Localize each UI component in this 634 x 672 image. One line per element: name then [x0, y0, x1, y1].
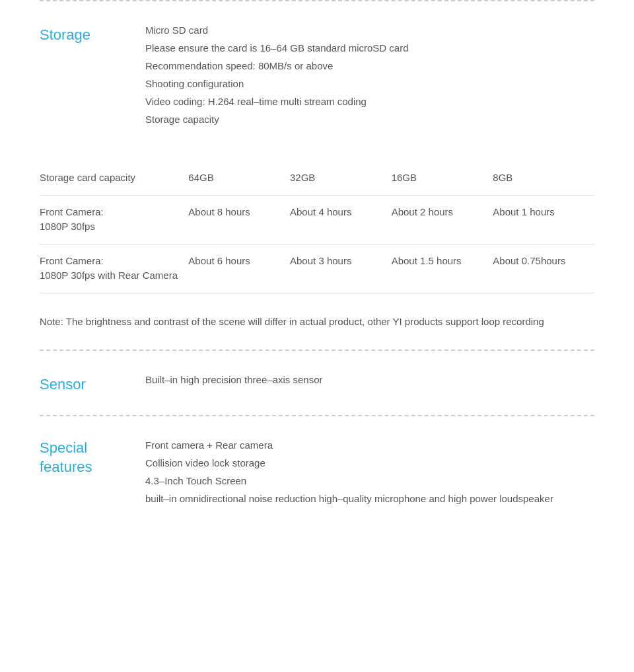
- sensor-section: Sensor Built–in high precision three–axi…: [40, 351, 594, 415]
- storage-detail-5: Storage capacity: [145, 110, 594, 128]
- capacity-cell-0-2: About 2 hours: [392, 195, 493, 244]
- storage-detail-3: Shooting configuration: [145, 75, 594, 93]
- capacity-cell-1-0: About 6 hours: [188, 244, 290, 293]
- capacity-row-label-0: Front Camera:1080P 30fps: [40, 195, 188, 244]
- col-16gb: 16GB: [392, 161, 493, 195]
- special-feature-3: built–in omnidirectional noise reduction…: [145, 490, 594, 507]
- capacity-cell-1-3: About 0.75hours: [493, 244, 594, 293]
- special-features-section: Special features Front camera + Rear cam…: [40, 416, 594, 527]
- note-section: Note: The brightness and contrast of the…: [40, 300, 594, 350]
- sensor-content: Built–in high precision three–axis senso…: [145, 371, 594, 395]
- capacity-row-0: Front Camera:1080P 30fpsAbout 8 hoursAbo…: [40, 195, 594, 244]
- storage-detail-1: Please ensure the card is 16–64 GB stand…: [145, 39, 594, 57]
- storage-section: Storage Micro SD cardPlease ensure the c…: [40, 1, 594, 148]
- special-feature-2: 4.3–Inch Touch Screen: [145, 472, 594, 490]
- storage-detail-4: Video coding: H.264 real–time multi stre…: [145, 93, 594, 110]
- storage-detail-0: Micro SD card: [145, 21, 594, 39]
- capacity-cell-1-1: About 3 hours: [290, 244, 392, 293]
- capacity-cell-1-2: About 1.5 hours: [392, 244, 493, 293]
- capacity-cell-0-0: About 8 hours: [188, 195, 290, 244]
- capacity-cell-0-3: About 1 hours: [493, 195, 594, 244]
- special-feature-1: Collision video lock storage: [145, 454, 594, 472]
- col-64gb: 64GB: [188, 161, 290, 195]
- capacity-cell-0-1: About 4 hours: [290, 195, 392, 244]
- storage-detail-2: Recommendation speed: 80MB/s or above: [145, 57, 594, 75]
- col-32gb: 32GB: [290, 161, 392, 195]
- sensor-description: Built–in high precision three–axis senso…: [145, 374, 322, 385]
- special-feature-0: Front camera + Rear camera: [145, 436, 594, 454]
- storage-table-wrapper: Storage card capacity 64GB 32GB 16GB 8GB…: [40, 148, 594, 300]
- note-text: Note: The brightness and contrast of the…: [40, 313, 594, 330]
- storage-content: Micro SD cardPlease ensure the card is 1…: [145, 21, 594, 128]
- special-features-content: Front camera + Rear cameraCollision vide…: [145, 436, 594, 507]
- col-8gb: 8GB: [493, 161, 594, 195]
- capacity-header-label: Storage card capacity: [40, 161, 188, 195]
- storage-label: Storage: [40, 21, 145, 128]
- special-features-label-line1: Special: [40, 439, 87, 456]
- capacity-table: Storage card capacity 64GB 32GB 16GB 8GB…: [40, 161, 594, 293]
- special-features-label: Special features: [40, 436, 145, 507]
- capacity-row-1: Front Camera:1080P 30fps with Rear Camer…: [40, 244, 594, 293]
- sensor-label: Sensor: [40, 371, 145, 395]
- special-features-label-line2: features: [40, 459, 92, 475]
- capacity-row-label-1: Front Camera:1080P 30fps with Rear Camer…: [40, 244, 188, 293]
- capacity-header-row: Storage card capacity 64GB 32GB 16GB 8GB: [40, 161, 594, 195]
